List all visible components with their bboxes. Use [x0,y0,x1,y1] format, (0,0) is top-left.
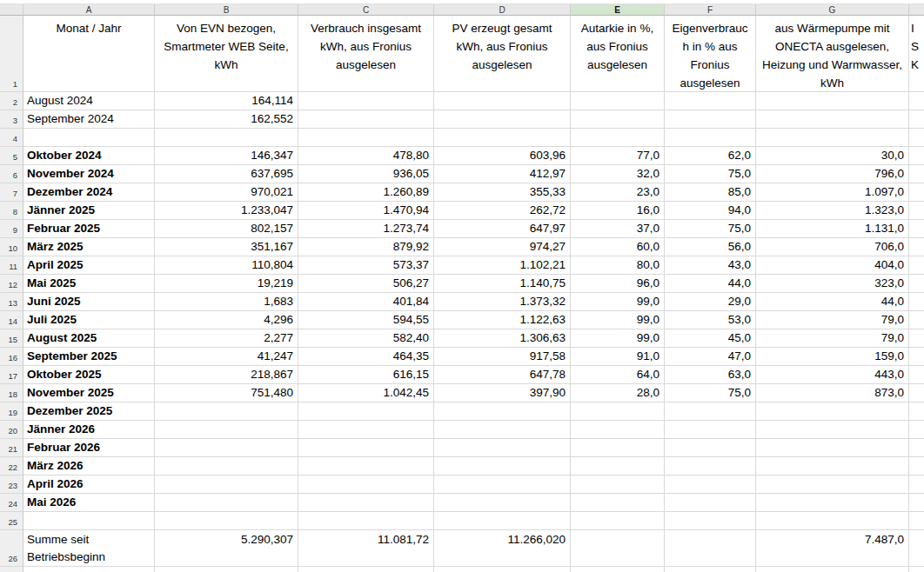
cell-h14[interactable] [909,311,924,329]
cell-d13[interactable]: 1.373,32 [434,293,571,311]
cell-c21[interactable] [298,439,434,457]
column-header-c[interactable]: C [298,4,434,16]
cell-a9[interactable]: Februar 2025 [23,220,155,238]
cell-a12[interactable]: Mai 2025 [23,275,155,293]
cell-a16[interactable]: September 2025 [23,348,155,366]
cell-b21[interactable] [155,439,298,457]
cell-g6[interactable]: 796,0 [756,165,909,183]
cell-e13[interactable]: 99,0 [571,293,665,311]
cell-f9[interactable]: 75,0 [665,220,756,238]
row-number[interactable]: 4 [0,129,23,147]
cell-a26[interactable]: Summe seit Betriebsbeginn [23,530,155,567]
cell-b2[interactable]: 164,114 [155,92,298,110]
cell-b26[interactable]: 5.290,307 [155,530,298,567]
cell-g10[interactable]: 706,0 [756,238,909,256]
row-number[interactable] [0,567,23,572]
cell-c13[interactable]: 401,84 [298,293,434,311]
cell-d1[interactable]: PV erzeugt gesamt kWh, aus Fronius ausge… [434,16,571,92]
cell-c4[interactable] [298,129,434,147]
cell-a18[interactable]: November 2025 [23,384,155,402]
row-number[interactable]: 26 [0,530,23,567]
cell-d4[interactable] [434,129,571,147]
cell-f16[interactable]: 47,0 [665,348,756,366]
cell-a2[interactable]: August 2024 [23,92,155,110]
cell-g21[interactable] [756,439,909,457]
cell-e11[interactable]: 80,0 [571,256,665,275]
row-number[interactable]: 6 [0,165,23,183]
cell-e12[interactable]: 96,0 [571,275,665,293]
cell-b25[interactable] [155,512,298,530]
cell-a7[interactable]: Dezember 2024 [23,183,155,202]
cell-g2[interactable] [756,92,909,110]
cell-a10[interactable]: März 2025 [23,238,155,256]
cell-d26[interactable]: 11.266,020 [434,530,571,567]
cell-g3[interactable] [756,110,909,129]
cell-b19[interactable] [155,402,298,421]
cell[interactable] [665,567,756,572]
cell-a5[interactable]: Oktober 2024 [23,147,155,165]
cell-f5[interactable]: 62,0 [665,147,756,165]
cell-b10[interactable]: 351,167 [155,238,298,256]
cell-f24[interactable] [665,494,756,512]
cell-h6[interactable] [909,165,924,183]
cell-c14[interactable]: 594,55 [298,311,434,329]
cell-f6[interactable]: 75,0 [665,165,756,183]
row-number[interactable]: 8 [0,202,23,220]
cell-e19[interactable] [571,402,665,421]
cell-f1[interactable]: Eigenverbrauch in % aus Fronius ausgeles… [665,16,756,92]
column-header-a[interactable]: A [23,4,155,16]
cell-g22[interactable] [756,457,909,476]
cell-f26[interactable] [665,530,756,567]
cell-a14[interactable]: Juli 2025 [23,311,155,329]
cell-a4[interactable] [23,129,155,147]
cell-b14[interactable]: 4,296 [155,311,298,329]
cell-a21[interactable]: Februar 2026 [23,439,155,457]
cell[interactable] [756,567,909,572]
cell-e1[interactable]: Autarkie in %, aus Fronius ausgelesen [571,16,665,92]
cell-e10[interactable]: 60,0 [571,238,665,256]
cell-e4[interactable] [571,129,665,147]
row-number[interactable]: 14 [0,311,23,329]
cell-b24[interactable] [155,494,298,512]
cell-a19[interactable]: Dezember 2025 [23,402,155,421]
cell-g4[interactable] [756,129,909,147]
cell-g14[interactable]: 79,0 [756,311,909,329]
cell-g25[interactable] [756,512,909,530]
cell-d21[interactable] [434,439,571,457]
cell-h21[interactable] [909,439,924,457]
cell-d2[interactable] [434,92,571,110]
cell-c6[interactable]: 936,05 [298,165,434,183]
cell-f3[interactable] [665,110,756,129]
cell-b3[interactable]: 162,552 [155,110,298,129]
cell-e3[interactable] [571,110,665,129]
cell-a25[interactable] [23,512,155,530]
cell-d10[interactable]: 974,27 [434,238,571,256]
cell-a23[interactable]: April 2026 [23,476,155,494]
cell-h19[interactable] [909,402,924,421]
cell-e24[interactable] [571,494,665,512]
cell-g20[interactable] [756,421,909,439]
cell-e16[interactable]: 91,0 [571,348,665,366]
row-number[interactable]: 7 [0,183,23,202]
cell-b12[interactable]: 19,219 [155,275,298,293]
cell-a8[interactable]: Jänner 2025 [23,202,155,220]
cell-e5[interactable]: 77,0 [571,147,665,165]
cell-e26[interactable] [571,530,665,567]
cell-d19[interactable] [434,402,571,421]
cell-e15[interactable]: 99,0 [571,329,665,348]
row-number[interactable]: 19 [0,402,23,421]
cell-b13[interactable]: 1,683 [155,293,298,311]
cell-d14[interactable]: 1.122,63 [434,311,571,329]
cell-h12[interactable] [909,275,924,293]
column-header-b[interactable]: B [155,4,298,16]
cell-g5[interactable]: 30,0 [756,147,909,165]
row-number[interactable]: 3 [0,110,23,129]
cell-g1[interactable]: aus Wärmepumpe mit ONECTA ausgelesen, He… [756,16,909,92]
cell-g18[interactable]: 873,0 [756,384,909,402]
cell-h17[interactable] [909,366,924,384]
select-all-corner[interactable] [0,4,23,16]
column-header-g[interactable]: G [756,4,909,16]
cell-h22[interactable] [909,457,924,476]
cell-b23[interactable] [155,476,298,494]
cell-g24[interactable] [756,494,909,512]
